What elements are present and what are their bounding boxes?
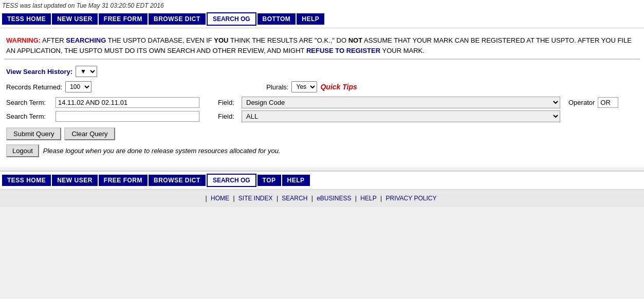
warning-label: WARNING: <box>6 36 41 44</box>
search-term-row-2: Search Term: Field: ALL Design Code Seri… <box>6 110 638 122</box>
view-search-history-row: View Search History: ▼ <box>6 66 638 77</box>
nav-browse-dict[interactable]: Browse Dict <box>149 13 206 25</box>
field-select-1[interactable]: Design Code ALL Serial Number Registrati… <box>242 97 560 108</box>
search-term-row-1: Search Term: Field: Design Code ALL Seri… <box>6 97 638 108</box>
footer-home-link[interactable]: HOME <box>211 195 229 202</box>
bottom-nav-free-form[interactable]: Free Form <box>99 175 148 186</box>
main-content: WARNING: AFTER SEARCHING THE USPTO DATAB… <box>0 28 644 167</box>
plurals-label: Plurals: <box>266 83 288 91</box>
operator-input[interactable] <box>598 97 618 108</box>
records-returned-select[interactable]: 100 <box>65 81 91 92</box>
warning-refuse-link[interactable]: REFUSE TO REGISTER <box>306 47 380 54</box>
field-label-2: Field: <box>218 113 238 120</box>
field-label-1: Field: <box>218 99 238 106</box>
footer-privacy-policy-link[interactable]: PRIVACY POLICY <box>385 195 436 202</box>
last-updated-text: TESS was last updated on Tue May 31 03:2… <box>2 2 164 9</box>
logout-button[interactable]: Logout <box>6 144 39 157</box>
warning-section: WARNING: AFTER SEARCHING THE USPTO DATAB… <box>4 32 640 60</box>
footer-site-index-link[interactable]: SITE INDEX <box>238 195 273 202</box>
footer-ebusiness-link[interactable]: eBUSINESS <box>317 195 351 202</box>
warning-text1: AFTER <box>42 36 66 44</box>
search-term-input-1[interactable] <box>56 97 199 108</box>
bottom-nav-top[interactable]: Top <box>257 175 281 186</box>
view-search-history-select[interactable]: ▼ <box>76 66 97 77</box>
footer-help-link[interactable]: HELP <box>360 195 376 202</box>
operator-label: Operator <box>568 99 595 106</box>
view-search-history-label: View Search History: <box>6 68 72 76</box>
footer: | HOME | SITE INDEX | SEARCH | eBUSINESS… <box>0 189 644 207</box>
records-part: Records Returned: 100 <box>6 81 91 92</box>
warning-text2: THE USPTO DATABASE, EVEN IF <box>108 36 214 44</box>
bottom-nav-bar: TESS Home New User Free Form Browse Dict… <box>0 171 644 189</box>
nav-free-form[interactable]: Free Form <box>99 13 148 25</box>
clear-query-button[interactable]: Clear Query <box>64 127 115 140</box>
logout-message: Please logout when you are done to relea… <box>43 147 281 155</box>
records-plurals-row: Records Returned: 100 Plurals: Yes No Qu… <box>6 81 638 92</box>
bottom-nav-new-user[interactable]: New User <box>52 175 98 186</box>
warning-not: NOT <box>348 36 362 44</box>
nav-search-og[interactable]: Search OG <box>207 12 256 26</box>
search-term-label-2: Search Term: <box>6 113 52 120</box>
nav-tess-home[interactable]: TESS Home <box>2 13 51 25</box>
search-term-input-2[interactable] <box>56 111 199 122</box>
search-term-label-1: Search Term: <box>6 99 52 106</box>
top-nav-bar: TESS Home New User Free Form Browse Dict… <box>0 10 644 28</box>
logout-row: Logout Please logout when you are done t… <box>6 144 638 157</box>
bottom-nav-tess-home[interactable]: TESS Home <box>2 175 51 186</box>
bottom-nav-search-og[interactable]: Search OG <box>207 174 256 187</box>
nav-help[interactable]: Help <box>297 13 324 25</box>
footer-separator-start: | <box>206 195 207 202</box>
field-select-2[interactable]: ALL Design Code Serial Number Registrati… <box>242 110 560 122</box>
submit-query-button[interactable]: Submit Query <box>6 127 61 140</box>
warning-you: YOU <box>214 36 228 44</box>
bottom-nav-help[interactable]: Help <box>282 175 310 186</box>
nav-bottom[interactable]: Bottom <box>257 13 296 25</box>
plurals-part: Plurals: Yes No Quick Tips <box>266 81 357 92</box>
bottom-nav-browse-dict[interactable]: Browse Dict <box>149 175 206 186</box>
nav-new-user[interactable]: New User <box>52 13 98 25</box>
form-section: View Search History: ▼ Records Returned:… <box>4 64 640 163</box>
form-buttons-row: Submit Query Clear Query <box>6 127 638 140</box>
warning-text3: THINK THE RESULTS ARE "O.K.," DO <box>230 36 348 44</box>
records-returned-label: Records Returned: <box>6 83 62 91</box>
warning-searching: SEARCHING <box>66 36 106 44</box>
warning-text5: YOUR MARK. <box>382 47 425 54</box>
footer-search-link[interactable]: SEARCH <box>282 195 307 202</box>
top-bar: TESS was last updated on Tue May 31 03:2… <box>0 0 644 10</box>
quick-tips[interactable]: Quick Tips <box>320 83 357 91</box>
plurals-select[interactable]: Yes No <box>291 81 317 92</box>
